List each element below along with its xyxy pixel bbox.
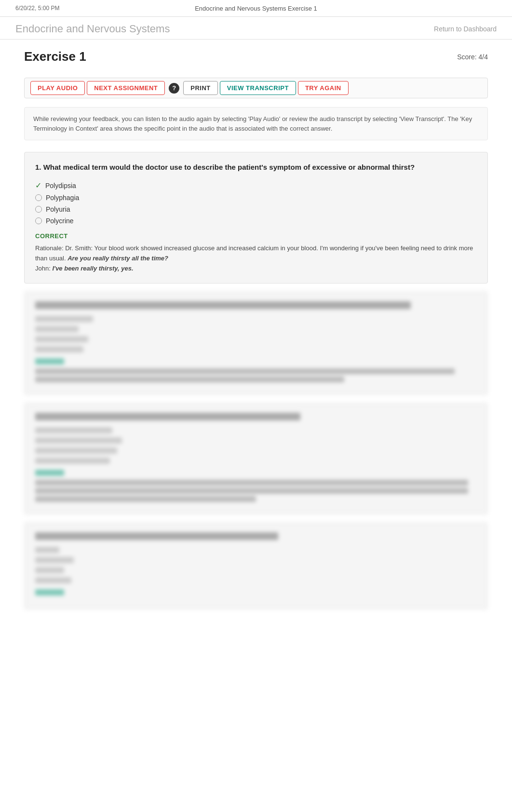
answer-option-polydipsia: ✓ Polydipsia [35,179,477,192]
toolbar: PLAY AUDIO NEXT ASSIGNMENT ? PRINT VIEW … [24,78,488,98]
radio-polycrine [35,217,42,224]
exercise-title: Exercise 1 [24,49,86,64]
answer-label-polyphagia: Polyphagia [46,194,79,202]
instructions-text: While reviewing your feedback, you can l… [33,115,472,132]
try-again-button[interactable]: TRY AGAIN [298,81,349,95]
radio-polyuria [35,206,42,213]
rationale-john-answer: I've been really thirsty, yes. [52,265,133,272]
play-audio-button[interactable]: PLAY AUDIO [30,81,85,95]
question-1-block: 1. What medical term would the doctor us… [24,152,488,284]
answer-option-polyphagia: Polyphagia [35,192,477,203]
print-button[interactable]: PRINT [183,81,218,95]
page-title-center: Endocrine and Nervous Systems Exercise 1 [195,5,317,12]
next-assignment-button[interactable]: NEXT ASSIGNMENT [87,81,165,95]
exercise-header: Exercise 1 Score: 4/4 [24,49,488,69]
question-1-text: 1. What medical term would the doctor us… [35,162,477,172]
answer-label-polyuria: Polyuria [46,205,70,213]
radio-polyphagia [35,194,42,201]
top-bar: 6/20/22, 5:00 PM Endocrine and Nervous S… [0,0,512,17]
return-to-dashboard-link[interactable]: Return to Dashboard [434,25,497,33]
question-2-block [24,291,488,395]
main-content: Exercise 1 Score: 4/4 PLAY AUDIO NEXT AS… [0,40,512,636]
rationale-plain: Rationale: Dr. Smith: Your blood work sh… [35,244,473,262]
correct-checkmark: ✓ [35,181,41,190]
answer-label-polycrine: Polycrine [46,217,74,225]
question-4-block [24,522,488,609]
score-label: Score: 4/4 [457,53,488,61]
answer-label-polydipsia: Polydipsia [45,182,76,189]
result-label: CORRECT [35,232,477,240]
info-icon[interactable]: ? [169,83,179,94]
rationale-question: Are you really thirsty all the time? [67,255,168,262]
question-1-body: What medical term would the doctor use t… [43,163,415,171]
view-transcript-button[interactable]: VIEW TRANSCRIPT [220,81,296,95]
question-1-number: 1. [35,163,43,171]
question-3-block [24,403,488,514]
rationale-john-prefix: John: I've been really thirsty, yes. [35,265,134,272]
answer-option-polyuria: Polyuria [35,203,477,215]
app-header: Endocrine and Nervous Systems Return to … [0,17,512,40]
rationale-text: Rationale: Dr. Smith: Your blood work sh… [35,244,477,273]
answer-option-polycrine: Polycrine [35,215,477,227]
timestamp: 6/20/22, 5:00 PM [15,5,59,12]
instructions-box: While reviewing your feedback, you can l… [24,107,488,140]
app-title: Endocrine and Nervous Systems [15,23,170,35]
